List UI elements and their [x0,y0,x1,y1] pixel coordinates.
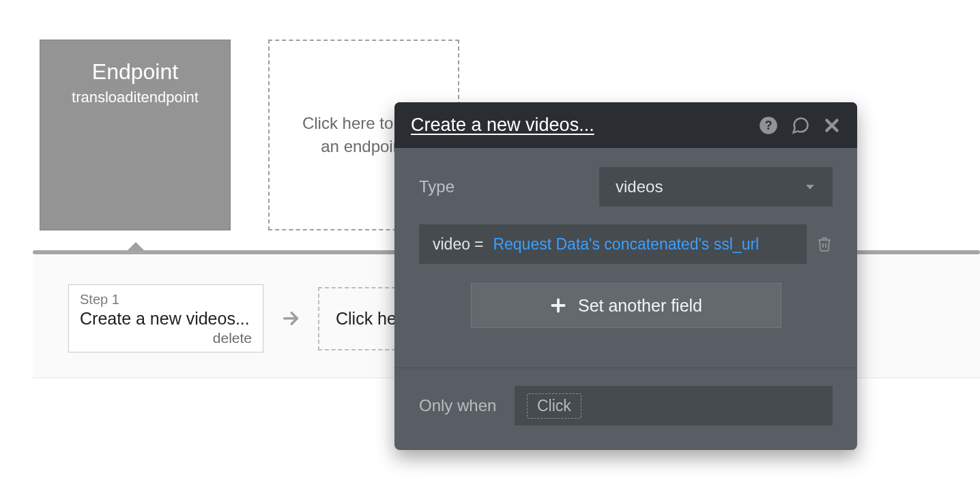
arrow-right-icon [281,309,300,328]
type-label: Type [419,177,599,196]
svg-marker-5 [806,185,814,190]
endpoint-title: Endpoint [92,59,178,85]
plus-icon [549,297,567,314]
step-delete-link[interactable]: delete [213,330,252,346]
type-select[interactable]: videos [599,167,833,207]
comment-icon[interactable] [790,116,811,135]
action-editor-modal: Create a new videos... ? Type videos vid… [394,102,857,450]
set-another-field-label: Set another field [578,296,702,316]
equals-sign: = [474,235,483,254]
close-icon[interactable] [823,117,841,134]
step-number: Step 1 [80,292,252,308]
svg-text:?: ? [765,118,773,132]
type-value: videos [616,177,663,196]
set-another-field-button[interactable]: Set another field [471,283,781,328]
trash-icon[interactable] [816,235,833,253]
modal-title[interactable]: Create a new videos... [411,115,747,136]
field-name: video [433,235,470,254]
only-when-placeholder: Click [527,393,581,419]
modal-header: Create a new videos... ? [394,102,857,148]
field-reference: Request Data's concatenated's ssl_url [493,235,759,254]
step-box[interactable]: Step 1 Create a new videos... delete [68,284,263,352]
step-title: Create a new videos... [80,309,252,329]
only-when-input[interactable]: Click [515,386,833,425]
only-when-label: Only when [419,396,515,415]
endpoint-card[interactable]: Endpoint transloaditendpoint [40,40,231,230]
field-assignment-input[interactable]: video = Request Data's concatenated's ss… [419,224,807,264]
endpoint-name: transloaditendpoint [72,89,199,106]
chevron-down-icon [804,181,816,193]
help-icon[interactable]: ? [759,116,778,135]
